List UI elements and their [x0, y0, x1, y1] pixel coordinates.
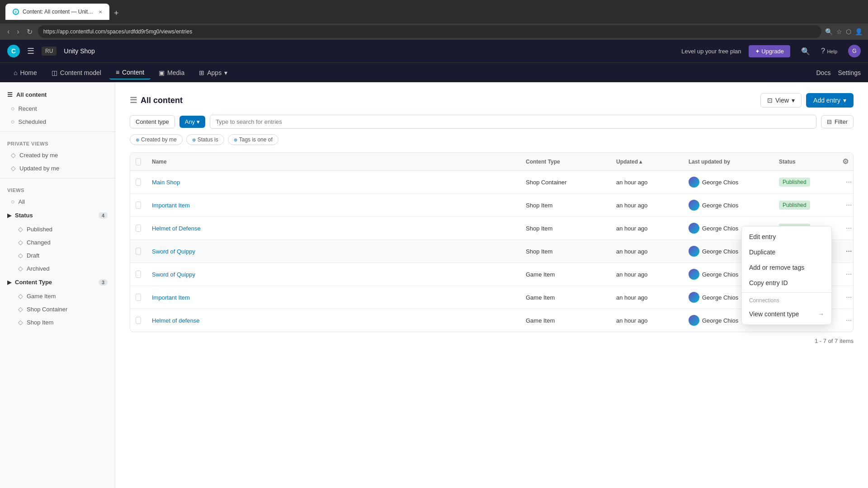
- row2-avatar: [689, 200, 699, 211]
- sidebar-published[interactable]: ◇ Published: [4, 223, 111, 235]
- view-icon: ⊡: [767, 97, 773, 104]
- search-input[interactable]: [210, 115, 816, 129]
- context-edit-entry[interactable]: Edit entry: [742, 229, 831, 244]
- row1-more-btn[interactable]: ···: [842, 176, 854, 188]
- sidebar-all[interactable]: ○ All: [4, 195, 111, 208]
- th-status[interactable]: Status: [774, 153, 837, 170]
- content-type-filter-btn[interactable]: Content type: [130, 115, 175, 128]
- nav-home[interactable]: ⌂ Home: [7, 66, 43, 79]
- sidebar-recent[interactable]: ○ Recent: [4, 102, 111, 115]
- filter-tags-one-of[interactable]: ⊕ Tags is one of: [228, 134, 278, 145]
- nav-content-model[interactable]: ◫ Content model: [45, 66, 108, 79]
- filter-tag-icon-3: ⊕: [234, 137, 237, 142]
- browser-chrome: C Content: All content — Unity S... ✕ +: [0, 0, 868, 23]
- row7-more-btn[interactable]: ···: [842, 314, 854, 326]
- th-updated[interactable]: Updated ▴: [611, 153, 683, 170]
- workspace-name[interactable]: Unity Shop: [64, 47, 94, 55]
- active-tab[interactable]: C Content: All content — Unity S... ✕: [5, 4, 109, 20]
- sidebar-content-type-group[interactable]: ▶ Content Type 3: [0, 275, 115, 289]
- active-filters: ⊕ Created by me ⊕ Status is ⊕ Tags is on…: [130, 134, 854, 145]
- bookmark-icon[interactable]: ☆: [836, 28, 842, 35]
- row2-select[interactable]: [136, 202, 141, 209]
- row7-name[interactable]: Helmet of defense: [146, 312, 520, 329]
- workspace-badge: RU: [42, 47, 57, 56]
- browser-url-input[interactable]: [38, 25, 821, 38]
- row2-more-btn[interactable]: ···: [842, 199, 854, 211]
- sidebar-game-item[interactable]: ◇ Game Item: [4, 290, 111, 302]
- sidebar-draft[interactable]: ◇ Draft: [4, 249, 111, 262]
- sidebar-archived[interactable]: ◇ Archived: [4, 262, 111, 275]
- search-icon[interactable]: 🔍: [801, 47, 810, 56]
- row2-more: ···: [837, 194, 853, 216]
- row5-more-btn[interactable]: ···: [842, 268, 854, 280]
- th-name[interactable]: Name: [146, 153, 520, 170]
- row5-select[interactable]: [136, 271, 141, 278]
- sidebar-changed[interactable]: ◇ Changed: [4, 236, 111, 249]
- browser-back-btn[interactable]: ‹: [5, 26, 11, 38]
- th-content-type[interactable]: Content Type: [520, 153, 611, 170]
- row1-select[interactable]: [136, 178, 141, 186]
- row4-more-btn[interactable]: ···: [842, 245, 854, 257]
- private-views-label: Private views: [0, 136, 115, 148]
- changed-icon: ◇: [18, 239, 23, 246]
- nav-content[interactable]: ≡ Content: [109, 66, 151, 80]
- row5-name[interactable]: Sword of Quippy: [146, 266, 520, 283]
- filter-btn[interactable]: ⊟ Filter: [821, 115, 854, 128]
- sidebar-updated-by-me[interactable]: ◇ Updated by me: [4, 162, 111, 174]
- nav-media[interactable]: ▣ Media: [152, 66, 191, 79]
- row3-name[interactable]: Helmet of Defense: [146, 220, 520, 237]
- add-entry-btn[interactable]: Add entry ▾: [806, 93, 854, 108]
- tab-close-btn[interactable]: ✕: [99, 9, 102, 14]
- game-item-icon: ◇: [18, 292, 23, 300]
- filter-created-by-me[interactable]: ⊕ Created by me: [130, 134, 183, 145]
- row7-select[interactable]: [136, 317, 141, 324]
- new-tab-btn[interactable]: +: [110, 7, 123, 20]
- row3-select[interactable]: [136, 225, 141, 232]
- context-duplicate[interactable]: Duplicate: [742, 244, 831, 260]
- nav-right: Docs Settings: [816, 69, 861, 76]
- nav-docs[interactable]: Docs: [816, 69, 831, 76]
- zoom-icon[interactable]: 🔍: [825, 28, 833, 35]
- row6-updated: an hour ago: [611, 289, 683, 306]
- help-icon[interactable]: ? Help: [821, 47, 837, 55]
- row5-content-type: Game Item: [520, 266, 611, 283]
- menu-icon[interactable]: ☰: [27, 46, 34, 56]
- context-view-content-type[interactable]: View content type →: [742, 306, 831, 322]
- upgrade-btn[interactable]: ✦ Upgrade: [749, 45, 790, 57]
- row6-name[interactable]: Important Item: [146, 289, 520, 306]
- content-icon: ≡: [116, 69, 119, 76]
- profile-icon[interactable]: 👤: [855, 28, 863, 35]
- sidebar-shop-item[interactable]: ◇ Shop Item: [4, 316, 111, 328]
- sidebar-scheduled[interactable]: ○ Scheduled: [4, 115, 111, 128]
- extensions-icon[interactable]: ⬡: [846, 28, 851, 35]
- select-all-checkbox[interactable]: [136, 158, 141, 165]
- sidebar-shop-container[interactable]: ◇ Shop Container: [4, 303, 111, 315]
- any-filter-btn[interactable]: Any ▾: [179, 116, 205, 128]
- browser-refresh-btn[interactable]: ↻: [25, 26, 34, 38]
- row3-more-btn[interactable]: ···: [842, 222, 854, 234]
- row1-name[interactable]: Main Shop: [146, 174, 520, 191]
- sidebar-created-by-me[interactable]: ◇ Created by me: [4, 149, 111, 161]
- th-settings[interactable]: ⚙: [837, 153, 853, 170]
- row1-updated-by: George Chios: [683, 171, 774, 193]
- row4-select[interactable]: [136, 248, 141, 255]
- context-add-remove-tags[interactable]: Add or remove tags: [742, 260, 831, 275]
- table-settings-icon[interactable]: ⚙: [842, 157, 849, 166]
- sidebar-all-content[interactable]: ☰ All content: [0, 88, 115, 102]
- user-avatar[interactable]: G: [848, 45, 861, 57]
- row6-checkbox: [130, 288, 146, 306]
- content-header: ☰ All content ⊡ View ▾ Add entry ▾: [130, 93, 854, 108]
- view-btn[interactable]: ⊡ View ▾: [760, 93, 802, 108]
- context-copy-entry-id[interactable]: Copy entry ID: [742, 275, 831, 291]
- row6-more-btn[interactable]: ···: [842, 291, 854, 303]
- th-last-updated-by[interactable]: Last updated by: [683, 153, 774, 170]
- row2-name[interactable]: Important Item: [146, 197, 520, 214]
- filter-status-is[interactable]: ⊕ Status is: [186, 134, 224, 145]
- browser-forward-btn[interactable]: ›: [15, 26, 21, 38]
- row6-select[interactable]: [136, 294, 141, 301]
- sidebar-status-group[interactable]: ▶ Status 4: [0, 208, 115, 222]
- nav-settings[interactable]: Settings: [838, 69, 861, 76]
- pagination: 1 - 7 of 7 items: [130, 332, 854, 350]
- nav-apps[interactable]: ⊞ Apps ▾: [193, 66, 234, 79]
- row4-name[interactable]: Sword of Quippy: [146, 243, 520, 260]
